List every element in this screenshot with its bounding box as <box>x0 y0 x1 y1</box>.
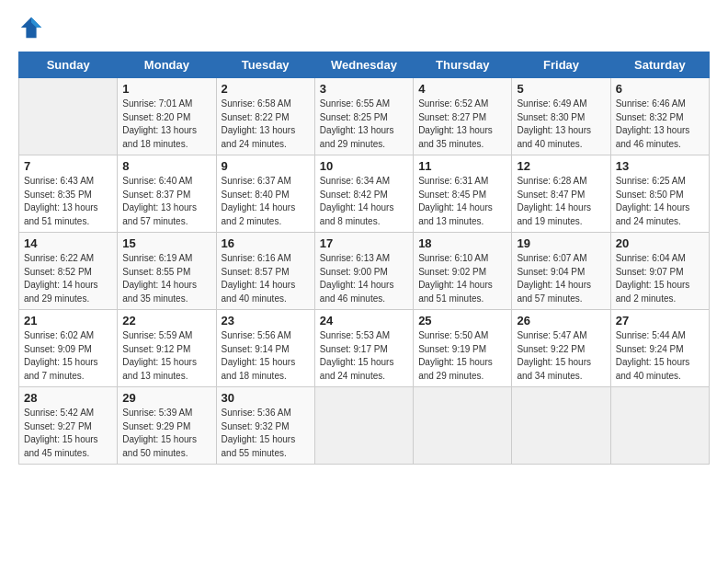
calendar-week-row: 14Sunrise: 6:22 AMSunset: 8:52 PMDayligh… <box>19 233 710 310</box>
calendar-cell: 25Sunrise: 5:50 AMSunset: 9:19 PMDayligh… <box>414 310 512 387</box>
calendar-cell <box>610 387 709 465</box>
day-number: 14 <box>24 236 112 250</box>
calendar-cell: 23Sunrise: 5:56 AMSunset: 9:14 PMDayligh… <box>216 310 314 387</box>
calendar-week-row: 7Sunrise: 6:43 AMSunset: 8:35 PMDaylight… <box>19 155 710 233</box>
day-info: Sunrise: 6:10 AMSunset: 9:02 PMDaylight:… <box>418 252 506 305</box>
header-day: Tuesday <box>216 52 314 78</box>
day-info: Sunrise: 6:04 AMSunset: 9:07 PMDaylight:… <box>616 252 704 305</box>
day-info: Sunrise: 5:44 AMSunset: 9:24 PMDaylight:… <box>616 329 704 383</box>
calendar-cell: 30Sunrise: 5:36 AMSunset: 9:32 PMDayligh… <box>216 387 314 465</box>
day-info: Sunrise: 6:58 AMSunset: 8:22 PMDaylight:… <box>222 98 310 151</box>
day-info: Sunrise: 6:31 AMSunset: 8:45 PMDaylight:… <box>418 175 506 228</box>
header-day: Wednesday <box>314 52 413 78</box>
header-day: Thursday <box>414 52 512 78</box>
header-day: Saturday <box>610 52 709 78</box>
day-info: Sunrise: 6:55 AMSunset: 8:25 PMDaylight:… <box>320 98 408 151</box>
day-number: 5 <box>517 82 605 96</box>
calendar-header: SundayMondayTuesdayWednesdayThursdayFrid… <box>19 52 710 78</box>
calendar-cell: 28Sunrise: 5:42 AMSunset: 9:27 PMDayligh… <box>19 387 118 465</box>
calendar-cell: 26Sunrise: 5:47 AMSunset: 9:22 PMDayligh… <box>512 310 610 387</box>
calendar-table: SundayMondayTuesdayWednesdayThursdayFrid… <box>18 52 710 465</box>
calendar-cell: 3Sunrise: 6:55 AMSunset: 8:25 PMDaylight… <box>314 78 413 155</box>
day-number: 13 <box>616 159 704 173</box>
calendar-cell: 4Sunrise: 6:52 AMSunset: 8:27 PMDaylight… <box>414 78 512 155</box>
day-info: Sunrise: 6:34 AMSunset: 8:42 PMDaylight:… <box>320 175 408 228</box>
day-number: 10 <box>320 159 408 173</box>
calendar-cell <box>19 78 118 155</box>
calendar-cell: 27Sunrise: 5:44 AMSunset: 9:24 PMDayligh… <box>610 310 709 387</box>
day-info: Sunrise: 5:42 AMSunset: 9:27 PMDaylight:… <box>24 407 112 460</box>
day-info: Sunrise: 5:53 AMSunset: 9:17 PMDaylight:… <box>320 329 408 383</box>
day-number: 27 <box>616 314 704 327</box>
calendar-body: 1Sunrise: 7:01 AMSunset: 8:20 PMDaylight… <box>19 78 710 465</box>
day-info: Sunrise: 6:43 AMSunset: 8:35 PMDaylight:… <box>24 175 112 228</box>
day-info: Sunrise: 6:02 AMSunset: 9:09 PMDaylight:… <box>24 329 112 383</box>
day-number: 8 <box>122 159 210 173</box>
calendar-cell: 17Sunrise: 6:13 AMSunset: 9:00 PMDayligh… <box>314 233 413 310</box>
calendar-cell: 14Sunrise: 6:22 AMSunset: 8:52 PMDayligh… <box>19 233 118 310</box>
calendar-cell: 12Sunrise: 6:28 AMSunset: 8:47 PMDayligh… <box>512 155 610 233</box>
calendar-cell: 11Sunrise: 6:31 AMSunset: 8:45 PMDayligh… <box>414 155 512 233</box>
calendar-cell: 20Sunrise: 6:04 AMSunset: 9:07 PMDayligh… <box>610 233 709 310</box>
calendar-cell: 13Sunrise: 6:25 AMSunset: 8:50 PMDayligh… <box>610 155 709 233</box>
day-number: 15 <box>122 236 210 250</box>
day-info: Sunrise: 6:19 AMSunset: 8:55 PMDaylight:… <box>122 252 210 305</box>
logo <box>18 15 48 40</box>
day-number: 7 <box>24 159 112 173</box>
day-number: 4 <box>418 82 506 96</box>
calendar-cell: 8Sunrise: 6:40 AMSunset: 8:37 PMDaylight… <box>118 155 216 233</box>
calendar-cell: 21Sunrise: 6:02 AMSunset: 9:09 PMDayligh… <box>19 310 118 387</box>
calendar-cell: 2Sunrise: 6:58 AMSunset: 8:22 PMDaylight… <box>216 78 314 155</box>
day-number: 21 <box>24 314 112 327</box>
day-info: Sunrise: 6:46 AMSunset: 8:32 PMDaylight:… <box>616 98 704 151</box>
day-info: Sunrise: 5:39 AMSunset: 9:29 PMDaylight:… <box>122 407 210 460</box>
day-number: 25 <box>418 314 506 327</box>
day-number: 6 <box>616 82 704 96</box>
day-number: 11 <box>418 159 506 173</box>
calendar-cell: 29Sunrise: 5:39 AMSunset: 9:29 PMDayligh… <box>118 387 216 465</box>
day-info: Sunrise: 6:28 AMSunset: 8:47 PMDaylight:… <box>517 175 605 228</box>
day-info: Sunrise: 7:01 AMSunset: 8:20 PMDaylight:… <box>122 98 210 151</box>
header-day: Monday <box>118 52 216 78</box>
logo-icon <box>18 15 44 40</box>
day-number: 30 <box>222 391 310 405</box>
calendar-cell: 6Sunrise: 6:46 AMSunset: 8:32 PMDaylight… <box>610 78 709 155</box>
day-number: 26 <box>517 314 605 327</box>
day-number: 9 <box>222 159 310 173</box>
calendar-cell: 22Sunrise: 5:59 AMSunset: 9:12 PMDayligh… <box>118 310 216 387</box>
day-number: 2 <box>222 82 310 96</box>
day-number: 23 <box>222 314 310 327</box>
header-row: SundayMondayTuesdayWednesdayThursdayFrid… <box>19 52 710 78</box>
day-number: 17 <box>320 236 408 250</box>
day-number: 19 <box>517 236 605 250</box>
day-info: Sunrise: 5:59 AMSunset: 9:12 PMDaylight:… <box>122 329 210 383</box>
day-info: Sunrise: 6:25 AMSunset: 8:50 PMDaylight:… <box>616 175 704 228</box>
header-day: Friday <box>512 52 610 78</box>
calendar-cell <box>414 387 512 465</box>
calendar-cell: 24Sunrise: 5:53 AMSunset: 9:17 PMDayligh… <box>314 310 413 387</box>
day-number: 1 <box>122 82 210 96</box>
day-info: Sunrise: 6:22 AMSunset: 8:52 PMDaylight:… <box>24 252 112 305</box>
calendar-cell: 9Sunrise: 6:37 AMSunset: 8:40 PMDaylight… <box>216 155 314 233</box>
day-info: Sunrise: 5:47 AMSunset: 9:22 PMDaylight:… <box>517 329 605 383</box>
day-number: 24 <box>320 314 408 327</box>
day-info: Sunrise: 6:49 AMSunset: 8:30 PMDaylight:… <box>517 98 605 151</box>
day-info: Sunrise: 6:13 AMSunset: 9:00 PMDaylight:… <box>320 252 408 305</box>
day-number: 20 <box>616 236 704 250</box>
calendar-cell: 7Sunrise: 6:43 AMSunset: 8:35 PMDaylight… <box>19 155 118 233</box>
calendar-week-row: 1Sunrise: 7:01 AMSunset: 8:20 PMDaylight… <box>19 78 710 155</box>
day-info: Sunrise: 5:56 AMSunset: 9:14 PMDaylight:… <box>222 329 310 383</box>
day-info: Sunrise: 6:40 AMSunset: 8:37 PMDaylight:… <box>122 175 210 228</box>
header <box>18 15 710 40</box>
day-number: 16 <box>222 236 310 250</box>
day-number: 3 <box>320 82 408 96</box>
calendar-cell: 10Sunrise: 6:34 AMSunset: 8:42 PMDayligh… <box>314 155 413 233</box>
day-number: 18 <box>418 236 506 250</box>
day-number: 28 <box>24 391 112 405</box>
day-info: Sunrise: 5:36 AMSunset: 9:32 PMDaylight:… <box>222 407 310 460</box>
day-info: Sunrise: 6:07 AMSunset: 9:04 PMDaylight:… <box>517 252 605 305</box>
day-info: Sunrise: 6:16 AMSunset: 8:57 PMDaylight:… <box>222 252 310 305</box>
calendar-cell <box>314 387 413 465</box>
day-number: 29 <box>122 391 210 405</box>
calendar-cell: 15Sunrise: 6:19 AMSunset: 8:55 PMDayligh… <box>118 233 216 310</box>
